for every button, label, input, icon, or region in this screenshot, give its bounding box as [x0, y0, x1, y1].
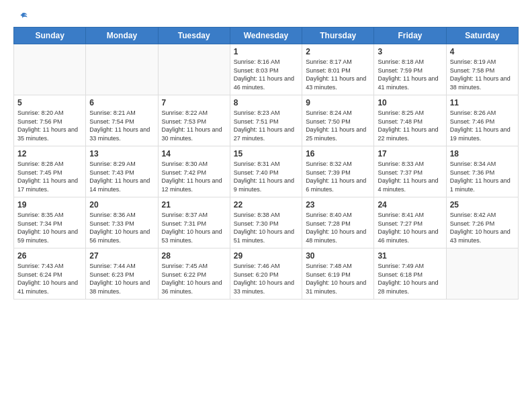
cell-info: Sunrise: 8:32 AMSunset: 7:39 PMDaylight:…	[306, 160, 370, 193]
cell-info: Sunrise: 8:34 AMSunset: 7:36 PMDaylight:…	[450, 160, 515, 193]
day-number: 29	[234, 251, 298, 261]
cell-info: Sunrise: 8:20 AMSunset: 7:56 PMDaylight:…	[17, 109, 82, 142]
day-number: 22	[234, 200, 298, 210]
col-saturday: Saturday	[446, 28, 518, 44]
calendar-body: 1Sunrise: 8:16 AMSunset: 8:03 PMDaylight…	[14, 44, 519, 300]
calendar-cell	[158, 44, 230, 95]
calendar-cell: 15Sunrise: 8:31 AMSunset: 7:40 PMDayligh…	[230, 146, 302, 197]
calendar-cell: 6Sunrise: 8:21 AMSunset: 7:54 PMDaylight…	[86, 95, 158, 146]
calendar-cell: 20Sunrise: 8:36 AMSunset: 7:33 PMDayligh…	[86, 197, 158, 248]
cell-info: Sunrise: 8:22 AMSunset: 7:53 PMDaylight:…	[162, 109, 226, 142]
calendar-cell: 16Sunrise: 8:32 AMSunset: 7:39 PMDayligh…	[302, 146, 374, 197]
cell-info: Sunrise: 8:18 AMSunset: 7:59 PMDaylight:…	[378, 58, 442, 91]
calendar-cell: 30Sunrise: 7:48 AMSunset: 6:19 PMDayligh…	[302, 248, 374, 300]
cell-info: Sunrise: 7:46 AMSunset: 6:20 PMDaylight:…	[234, 262, 298, 295]
day-number: 25	[450, 200, 515, 210]
calendar-cell: 24Sunrise: 8:41 AMSunset: 7:27 PMDayligh…	[374, 197, 446, 248]
day-number: 18	[450, 149, 515, 158]
calendar-table: Sunday Monday Tuesday Wednesday Thursday…	[13, 27, 519, 300]
day-number: 14	[162, 149, 226, 158]
day-number: 9	[306, 98, 370, 107]
cell-info: Sunrise: 8:30 AMSunset: 7:42 PMDaylight:…	[162, 160, 226, 193]
header-row: Sunday Monday Tuesday Wednesday Thursday…	[14, 28, 519, 44]
cell-info: Sunrise: 8:36 AMSunset: 7:33 PMDaylight:…	[89, 211, 154, 244]
cell-info: Sunrise: 7:45 AMSunset: 6:22 PMDaylight:…	[162, 262, 226, 295]
calendar-cell: 22Sunrise: 8:38 AMSunset: 7:30 PMDayligh…	[230, 197, 302, 248]
page-header	[13, 11, 519, 23]
week-row-1: 1Sunrise: 8:16 AMSunset: 8:03 PMDaylight…	[14, 44, 519, 95]
day-number: 16	[306, 149, 370, 158]
calendar-cell: 29Sunrise: 7:46 AMSunset: 6:20 PMDayligh…	[230, 248, 302, 300]
col-monday: Monday	[86, 28, 158, 44]
calendar-cell: 19Sunrise: 8:35 AMSunset: 7:34 PMDayligh…	[14, 197, 86, 248]
cell-info: Sunrise: 8:16 AMSunset: 8:03 PMDaylight:…	[234, 58, 298, 91]
calendar-cell	[446, 248, 518, 300]
cell-info: Sunrise: 8:33 AMSunset: 7:37 PMDaylight:…	[378, 160, 442, 193]
day-number: 11	[450, 98, 515, 107]
cell-info: Sunrise: 8:29 AMSunset: 7:43 PMDaylight:…	[89, 160, 154, 193]
cell-info: Sunrise: 7:44 AMSunset: 6:23 PMDaylight:…	[89, 262, 154, 295]
day-number: 8	[234, 98, 298, 107]
cell-info: Sunrise: 8:25 AMSunset: 7:48 PMDaylight:…	[378, 109, 442, 142]
calendar-cell: 14Sunrise: 8:30 AMSunset: 7:42 PMDayligh…	[158, 146, 230, 197]
cell-info: Sunrise: 8:28 AMSunset: 7:45 PMDaylight:…	[17, 160, 82, 193]
cell-info: Sunrise: 8:24 AMSunset: 7:50 PMDaylight:…	[306, 109, 370, 142]
calendar-page: Sunday Monday Tuesday Wednesday Thursday…	[0, 0, 532, 411]
week-row-5: 26Sunrise: 7:43 AMSunset: 6:24 PMDayligh…	[14, 248, 519, 300]
week-row-4: 19Sunrise: 8:35 AMSunset: 7:34 PMDayligh…	[14, 197, 519, 248]
calendar-cell: 21Sunrise: 8:37 AMSunset: 7:31 PMDayligh…	[158, 197, 230, 248]
col-wednesday: Wednesday	[230, 28, 302, 44]
cell-info: Sunrise: 8:17 AMSunset: 8:01 PMDaylight:…	[306, 58, 370, 91]
logo	[13, 11, 30, 23]
day-number: 5	[17, 98, 82, 107]
day-number: 24	[378, 200, 442, 210]
calendar-cell: 31Sunrise: 7:49 AMSunset: 6:18 PMDayligh…	[374, 248, 446, 300]
day-number: 15	[234, 149, 298, 158]
calendar-cell: 17Sunrise: 8:33 AMSunset: 7:37 PMDayligh…	[374, 146, 446, 197]
day-number: 30	[306, 251, 370, 261]
calendar-cell: 5Sunrise: 8:20 AMSunset: 7:56 PMDaylight…	[14, 95, 86, 146]
cell-info: Sunrise: 8:41 AMSunset: 7:27 PMDaylight:…	[378, 211, 442, 244]
day-number: 6	[89, 98, 154, 107]
calendar-cell: 8Sunrise: 8:23 AMSunset: 7:51 PMDaylight…	[230, 95, 302, 146]
calendar-cell: 3Sunrise: 8:18 AMSunset: 7:59 PMDaylight…	[374, 44, 446, 95]
day-number: 28	[162, 251, 226, 261]
day-number: 3	[378, 47, 442, 56]
calendar-cell: 9Sunrise: 8:24 AMSunset: 7:50 PMDaylight…	[302, 95, 374, 146]
day-number: 19	[17, 200, 82, 210]
logo-bird-icon	[16, 11, 28, 23]
day-number: 2	[306, 47, 370, 56]
cell-info: Sunrise: 7:43 AMSunset: 6:24 PMDaylight:…	[17, 262, 82, 295]
day-number: 26	[17, 251, 82, 261]
calendar-cell: 26Sunrise: 7:43 AMSunset: 6:24 PMDayligh…	[14, 248, 86, 300]
cell-info: Sunrise: 8:38 AMSunset: 7:30 PMDaylight:…	[234, 211, 298, 244]
cell-info: Sunrise: 8:40 AMSunset: 7:28 PMDaylight:…	[306, 211, 370, 244]
day-number: 1	[234, 47, 298, 56]
col-sunday: Sunday	[14, 28, 86, 44]
cell-info: Sunrise: 7:49 AMSunset: 6:18 PMDaylight:…	[378, 262, 442, 295]
calendar-cell: 12Sunrise: 8:28 AMSunset: 7:45 PMDayligh…	[14, 146, 86, 197]
cell-info: Sunrise: 8:35 AMSunset: 7:34 PMDaylight:…	[17, 211, 82, 244]
calendar-header: Sunday Monday Tuesday Wednesday Thursday…	[14, 28, 519, 44]
calendar-cell: 11Sunrise: 8:26 AMSunset: 7:46 PMDayligh…	[446, 95, 518, 146]
calendar-cell	[86, 44, 158, 95]
week-row-3: 12Sunrise: 8:28 AMSunset: 7:45 PMDayligh…	[14, 146, 519, 197]
cell-info: Sunrise: 8:26 AMSunset: 7:46 PMDaylight:…	[450, 109, 515, 142]
day-number: 27	[89, 251, 154, 261]
calendar-cell: 25Sunrise: 8:42 AMSunset: 7:26 PMDayligh…	[446, 197, 518, 248]
col-thursday: Thursday	[302, 28, 374, 44]
day-number: 23	[306, 200, 370, 210]
day-number: 21	[162, 200, 226, 210]
cell-info: Sunrise: 8:31 AMSunset: 7:40 PMDaylight:…	[234, 160, 298, 193]
day-number: 10	[378, 98, 442, 107]
calendar-cell: 10Sunrise: 8:25 AMSunset: 7:48 PMDayligh…	[374, 95, 446, 146]
cell-info: Sunrise: 7:48 AMSunset: 6:19 PMDaylight:…	[306, 262, 370, 295]
day-number: 13	[89, 149, 154, 158]
calendar-cell: 2Sunrise: 8:17 AMSunset: 8:01 PMDaylight…	[302, 44, 374, 95]
week-row-2: 5Sunrise: 8:20 AMSunset: 7:56 PMDaylight…	[14, 95, 519, 146]
cell-info: Sunrise: 8:19 AMSunset: 7:58 PMDaylight:…	[450, 58, 515, 91]
cell-info: Sunrise: 8:37 AMSunset: 7:31 PMDaylight:…	[162, 211, 226, 244]
cell-info: Sunrise: 8:23 AMSunset: 7:51 PMDaylight:…	[234, 109, 298, 142]
day-number: 20	[89, 200, 154, 210]
calendar-cell: 7Sunrise: 8:22 AMSunset: 7:53 PMDaylight…	[158, 95, 230, 146]
